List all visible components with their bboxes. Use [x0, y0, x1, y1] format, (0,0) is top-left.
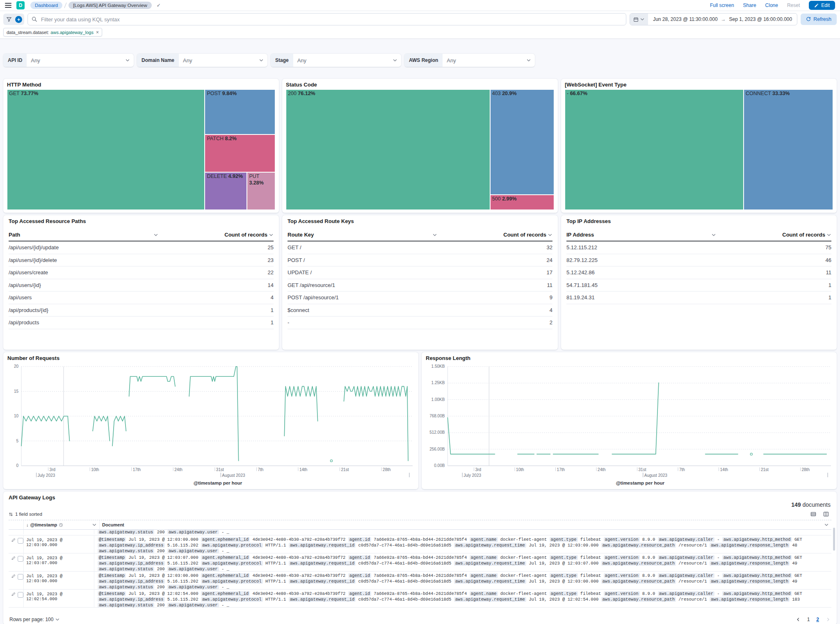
field-chip: aws.apigateway.protocol — [201, 561, 263, 566]
expand-document-icon[interactable] — [11, 538, 16, 542]
close-icon[interactable]: × — [96, 30, 99, 35]
table-cell-count: 4 — [162, 294, 274, 301]
expand-document-icon[interactable] — [11, 556, 16, 560]
expand-document-icon[interactable] — [11, 592, 16, 597]
kql-search-box[interactable] — [27, 13, 626, 25]
scrollbar-thumb[interactable] — [833, 528, 835, 551]
date-range-start[interactable]: Jun 28, 2023 @ 11:30:00.000 — [653, 16, 717, 22]
svg-text:28th: 28th — [383, 467, 390, 472]
treemap-tile-put[interactable]: PUT 3.28% — [247, 172, 275, 210]
control-api-id[interactable]: API IDAny — [3, 54, 134, 67]
field-chip: aws.apigateway.response_length — [710, 561, 790, 566]
table-cell-key: /api/users/{id}/delete — [9, 257, 162, 263]
column-header-count-of-records[interactable]: Count of records — [441, 232, 552, 238]
column-header-path[interactable]: Path — [9, 232, 162, 238]
treemap-tile-label: DELETE 4.92% — [207, 173, 243, 179]
truncation-mark: _ — [226, 567, 229, 571]
field-chip: aws.apigateway.resource_path — [601, 543, 676, 548]
menu-icon[interactable] — [5, 3, 11, 8]
next-page-button[interactable] — [826, 617, 831, 622]
treemap-tile-403[interactable]: 403 20.9% — [490, 89, 554, 195]
chevron-down-icon — [393, 58, 397, 63]
filter-pill[interactable]: data_stream.dataset: aws.apigateway_logs… — [3, 28, 102, 36]
filter-funnel-icon[interactable] — [5, 16, 13, 23]
panel-title: Top Accessed Resource Paths — [9, 218, 274, 225]
svg-text:7th: 7th — [679, 467, 685, 472]
row-checkbox[interactable] — [18, 592, 23, 598]
svg-text:1.00KB: 1.00KB — [431, 397, 445, 402]
table-cell-count: 1 — [162, 319, 274, 326]
control-stage[interactable]: StageAny — [271, 54, 401, 67]
treemap-tile-post[interactable]: POST 9.84% — [205, 89, 275, 134]
treemap-tile-delete[interactable]: DELETE 4.92% — [205, 172, 247, 210]
treemap-panels-row: HTTP MethodGET 73.77%POST 9.84%PATCH 8.2… — [3, 79, 837, 213]
field-chip: aws.apigateway.caller — [658, 591, 714, 596]
app-logo[interactable]: D — [16, 1, 25, 9]
document-cell: @timestamp Jul 19, 2023 @ 12:03:09.000 a… — [94, 535, 831, 553]
treemap-tile-get[interactable]: GET 73.77% — [7, 89, 205, 210]
table-row: /api/users/{id}/delete23 — [9, 254, 274, 267]
table-row: /api/users/{id}/update25 — [9, 241, 274, 254]
field-chip: aws.apigateway.http_method — [722, 591, 792, 596]
svg-text:@timestamp per hour: @timestamp per hour — [616, 481, 664, 485]
refresh-button[interactable]: Refresh — [801, 14, 837, 25]
field-sorted-button[interactable]: 1 field sorted — [9, 512, 42, 517]
control-value: Any — [293, 57, 393, 64]
column-header-route-key[interactable]: Route Key — [288, 232, 441, 238]
expand-document-icon[interactable] — [11, 574, 16, 578]
check-icon[interactable]: ✓ — [157, 2, 161, 8]
grid-header-document[interactable]: Document — [99, 520, 831, 529]
field-chip: aws.apigateway.request_id — [289, 561, 356, 566]
table-row: /api/products1 — [9, 317, 274, 329]
column-header-count-of-records[interactable]: Count of records — [162, 232, 274, 238]
column-header-count-of-records[interactable]: Count of records — [720, 232, 831, 238]
control-aws-region[interactable]: AWS RegionAny — [404, 54, 535, 67]
previous-page-button[interactable] — [796, 617, 801, 622]
treemap-tile-200[interactable]: 200 76.12% — [286, 89, 490, 210]
date-picker-button[interactable] — [630, 14, 648, 25]
page-button-2[interactable]: 2 — [816, 617, 819, 622]
log-row-controls — [9, 553, 23, 571]
table-cell-key: UPDATE / — [288, 269, 441, 276]
table-cell-count: 9 — [441, 294, 552, 301]
rows-per-page-button[interactable]: Rows per page: 100 — [9, 617, 60, 622]
add-filter-button[interactable]: + — [15, 16, 22, 23]
breadcrumb-current: [Logs AWS] API Gateway Overview — [68, 2, 151, 9]
row-checkbox[interactable] — [18, 574, 23, 580]
treemap-tile-[interactable]: - 66.67% — [565, 89, 744, 210]
share-link[interactable]: Share — [743, 2, 756, 8]
full-screen-link[interactable]: Full screen — [710, 2, 734, 8]
table-cell-count: 25 — [162, 244, 274, 251]
table-cell-count: 2 — [441, 319, 552, 326]
svg-text:17th: 17th — [557, 467, 565, 472]
field-chip: aws.apigateway.user — [167, 585, 219, 589]
svg-text:31st: 31st — [639, 467, 646, 472]
grid-toolbar-icons — [810, 510, 830, 518]
treemap-tile-patch[interactable]: PATCH 8.2% — [205, 134, 275, 172]
kql-search-input[interactable] — [40, 16, 622, 23]
row-checkbox[interactable] — [18, 556, 23, 562]
timestamp-cell: Jul 19, 2023 @ 12:03:00.000 — [23, 572, 94, 589]
row-checkbox[interactable] — [18, 538, 23, 544]
reset-link[interactable]: Reset — [787, 2, 800, 8]
table-panels-row: Top Accessed Resource PathsPathCount of … — [3, 215, 837, 350]
table-cell-key: /api/users/create — [9, 269, 162, 276]
grid-header-timestamp[interactable]: ↓@timestamp — [23, 520, 99, 529]
line-chart[interactable]: 0.00B256.00B512.00B768.00B1.00KB1.25KB1.… — [426, 362, 833, 486]
breadcrumb-dashboard[interactable]: Dashboard — [30, 2, 62, 9]
column-header-label: Path — [9, 232, 20, 238]
panel-title: Status Code — [286, 82, 554, 88]
control-domain-name[interactable]: Domain NameAny — [137, 54, 267, 67]
full-screen-grid-icon[interactable] — [822, 510, 830, 518]
column-header-ip-address[interactable]: IP Address — [566, 232, 720, 238]
edit-button[interactable]: Edit — [809, 1, 835, 10]
line-chart[interactable]: 051015203rd10th17th24th31st7th14th21st28… — [7, 362, 414, 486]
treemap-tile-connect[interactable]: CONNECT 33.33% — [744, 89, 833, 210]
display-options-icon[interactable] — [810, 510, 817, 518]
treemap-tile-500[interactable]: 500 2.99% — [490, 195, 554, 210]
table-cell-count: 1 — [720, 294, 831, 301]
page-button-1[interactable]: 1 — [807, 617, 810, 622]
date-range-end[interactable]: Sep 1, 2023 @ 16:00:00.000 — [729, 16, 792, 22]
clone-link[interactable]: Clone — [765, 2, 778, 8]
table-cell-count: 46 — [720, 257, 831, 263]
